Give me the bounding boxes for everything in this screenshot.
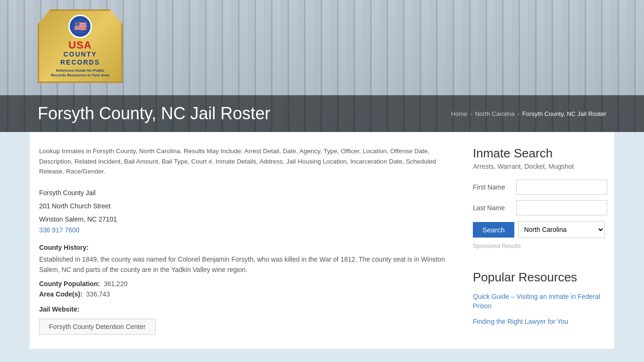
sponsored-text: Sponsored Results	[473, 243, 605, 249]
area-code-label: Area Code(s):	[39, 290, 83, 298]
popular-resources-title: Popular Resources	[473, 270, 605, 285]
address-line-2: Winston Salem, NC 27101	[39, 213, 459, 226]
logo-usa-text: USA	[44, 40, 116, 50]
area-code-line: Area Code(s): 336,743	[39, 290, 459, 298]
inmate-search-subtitle: Arrests, Warrant, Docket, Mugshot	[473, 163, 605, 170]
last-name-input[interactable]	[516, 200, 607, 215]
intro-paragraph: Lookup Inmates in Forsyth County, North …	[39, 146, 459, 177]
inmate-search-box: Inmate Search Arrests, Warrant, Docket, …	[473, 146, 605, 270]
last-name-group: Last Name	[473, 200, 605, 215]
first-name-input[interactable]	[516, 180, 607, 195]
breadcrumb-current: Forsyth County, NC Jail Roster	[522, 110, 606, 117]
search-button[interactable]: Search	[473, 222, 514, 238]
breadcrumb-sep-1: ›	[470, 110, 472, 117]
population-value: 361,220	[104, 280, 128, 288]
breadcrumb-sep-2: ›	[517, 110, 519, 117]
search-row: Search North Carolina Alabama Alaska Ari…	[473, 221, 605, 238]
county-history-label: County History:	[39, 244, 459, 251]
inmate-search-title: Inmate Search	[473, 146, 605, 161]
logo-box: 🇺🇸 USA COUNTY RECORDS Reference Guide fo…	[38, 9, 123, 83]
hero-section: 🇺🇸 USA COUNTY RECORDS Reference Guide fo…	[0, 0, 644, 132]
resource-link-2[interactable]: Finding the Right Lawyer for You	[473, 317, 605, 327]
first-name-label: First Name	[473, 183, 511, 191]
resource-link-1[interactable]: Quick Guide – Visiting an Inmate in Fede…	[473, 292, 605, 311]
sidebar: Inmate Search Arrests, Warrant, Docket, …	[473, 146, 605, 335]
phone-link[interactable]: 336 917 7600	[39, 226, 80, 234]
population-label: County Population:	[39, 280, 100, 288]
first-name-group: First Name	[473, 180, 605, 195]
last-name-label: Last Name	[473, 204, 511, 212]
main-content: Lookup Inmates in Forsyth County, North …	[30, 132, 614, 349]
logo-area: 🇺🇸 USA COUNTY RECORDS Reference Guide fo…	[38, 9, 123, 83]
popular-resources: Popular Resources Quick Guide – Visiting…	[473, 270, 605, 327]
county-history-text: Established in 1849, the county was name…	[39, 254, 459, 275]
breadcrumb-home[interactable]: Home	[451, 110, 468, 117]
hero-title-bar: Forsyth County, NC Jail Roster Home › No…	[0, 95, 644, 132]
jail-website-label: Jail Website:	[39, 305, 459, 313]
breadcrumb-state[interactable]: North Carolina	[475, 110, 515, 117]
flag-icon: 🇺🇸	[74, 20, 87, 33]
address-block: Forsyth County Jail 201 North Church Str…	[39, 186, 459, 234]
logo-county-text: COUNTY RECORDS	[44, 50, 116, 66]
logo-emblem: 🇺🇸	[68, 15, 92, 38]
area-code-value: 336,743	[86, 290, 110, 298]
logo-subtitle-text: Reference Guide for PublicRecords Resour…	[44, 68, 116, 78]
breadcrumb: Home › North Carolina › Forsyth County, …	[451, 110, 606, 117]
content-left: Lookup Inmates in Forsyth County, North …	[39, 146, 459, 335]
address-line-1: 201 North Church Street	[39, 199, 459, 213]
state-select[interactable]: North Carolina Alabama Alaska Arizona Ar…	[518, 221, 605, 238]
jail-name: Forsyth County Jail	[39, 186, 459, 199]
page-title: Forsyth County, NC Jail Roster	[38, 104, 270, 123]
population-line: County Population: 361,220	[39, 280, 459, 288]
jail-website-button[interactable]: Forsyth County Detention Center	[39, 319, 156, 335]
